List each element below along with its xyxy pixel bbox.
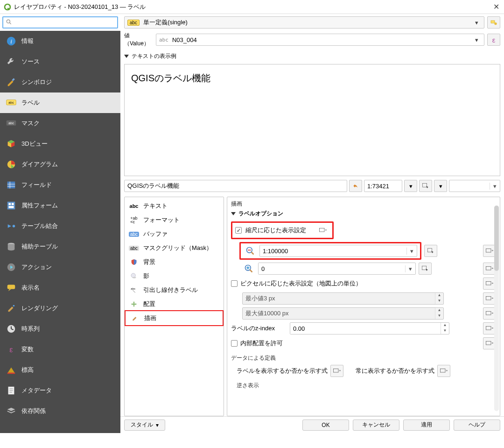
expression-button[interactable]: ε bbox=[487, 34, 500, 46]
svg-rect-52 bbox=[486, 267, 491, 270]
min-scale-combo[interactable]: ▾ bbox=[259, 245, 417, 257]
scrollbar[interactable] bbox=[494, 206, 499, 411]
sidebar-item-dependencies[interactable]: 依存関係 bbox=[0, 401, 120, 421]
svg-text:abc: abc bbox=[8, 121, 14, 125]
sidebar-item-diagram[interactable]: ダイアグラム bbox=[0, 154, 120, 175]
max-scale-input[interactable] bbox=[259, 263, 405, 274]
inner-placement-checkbox[interactable] bbox=[231, 340, 238, 347]
tag-gear-icon bbox=[490, 19, 497, 26]
apply-button[interactable]: 適用 bbox=[403, 420, 450, 431]
subtab-buffer[interactable]: abcバッファ bbox=[125, 227, 224, 241]
content: abc 単一定義(single) ▾ 値（Value） abc N03_004 … bbox=[120, 14, 504, 433]
chevron-down-icon: ▾ bbox=[405, 265, 415, 272]
min-pixel-spin[interactable]: ▲▼ bbox=[242, 292, 444, 305]
label-mode-select[interactable]: abc 単一定義(single) ▾ bbox=[124, 16, 484, 28]
max-scale-combo[interactable]: ▾ bbox=[258, 263, 416, 275]
svg-line-3 bbox=[10, 23, 11, 24]
svg-rect-58 bbox=[334, 369, 339, 373]
pixel-visibility-checkbox[interactable] bbox=[231, 280, 238, 287]
sidebar-item-label: アクション bbox=[21, 263, 52, 271]
subtab-label: バッファ bbox=[143, 230, 168, 238]
zindex-input[interactable] bbox=[290, 323, 441, 334]
scale-visibility-override[interactable] bbox=[316, 224, 329, 236]
label-engine-settings-button[interactable] bbox=[487, 16, 500, 28]
subtab-shadow[interactable]: 影 bbox=[125, 269, 224, 283]
sidebar-item-variables[interactable]: ε変数 bbox=[0, 339, 120, 360]
sidebar-item-elevation[interactable]: 標高 bbox=[0, 360, 120, 380]
help-button[interactable]: ヘルプ bbox=[454, 420, 500, 431]
sidebar-item-rendering[interactable]: レンダリング bbox=[0, 298, 120, 319]
undo-icon bbox=[352, 183, 359, 189]
svg-text:ε: ε bbox=[9, 345, 13, 354]
preview-map-pick-dd[interactable]: ▾ bbox=[434, 180, 447, 192]
preview-bg-select[interactable]: ▾ bbox=[449, 180, 500, 192]
value-field-select[interactable]: abc N03_004 ▾ bbox=[156, 34, 484, 46]
label-options-header[interactable]: ラベルオプション bbox=[231, 210, 496, 218]
subtab-mask[interactable]: abcマスクグリッド（Mask） bbox=[125, 241, 224, 255]
subtab-placement[interactable]: 配置 bbox=[125, 297, 224, 311]
subtab-callouts[interactable]: abc引出し線付きラベル bbox=[125, 283, 224, 297]
style-menu-button[interactable]: スタイル▾ bbox=[124, 420, 165, 431]
wrench-icon bbox=[6, 56, 17, 67]
svg-rect-6 bbox=[12, 78, 14, 81]
paintbrush-icon bbox=[6, 303, 17, 314]
tooltip-icon bbox=[6, 282, 17, 293]
sidebar-item-source[interactable]: ソース bbox=[0, 51, 120, 72]
cancel-button[interactable]: キャンセル bbox=[353, 420, 399, 431]
min-scale-pick[interactable] bbox=[424, 245, 437, 257]
subtab-text[interactable]: abcテキスト bbox=[125, 199, 224, 213]
cursor-rect-icon bbox=[421, 265, 429, 272]
show-label-override[interactable] bbox=[330, 365, 343, 377]
always-show-override[interactable] bbox=[437, 365, 450, 377]
subtab-formatting[interactable]: +ab<cフォーマット bbox=[125, 213, 224, 227]
label-options-label: ラベルオプション bbox=[238, 210, 283, 218]
svg-rect-23 bbox=[7, 285, 15, 289]
pixel-visibility-label: ピクセルに応じた表示設定（地図上の単位） bbox=[240, 279, 362, 288]
scrollbar-thumb[interactable] bbox=[494, 206, 499, 271]
sidebar-item-fields[interactable]: フィールド bbox=[0, 175, 120, 195]
triangle-down-icon bbox=[231, 212, 236, 215]
sidebar-item-attributes-form[interactable]: 属性フォーム bbox=[0, 195, 120, 216]
preview-scale-select[interactable]: 1:73421 bbox=[364, 180, 402, 192]
sidebar-item-actions[interactable]: アクション bbox=[0, 257, 120, 277]
close-button[interactable]: ✕ bbox=[492, 3, 500, 11]
elevation-icon bbox=[6, 364, 17, 376]
reset-preview-button[interactable] bbox=[349, 180, 362, 192]
subtab-background[interactable]: 背景 bbox=[125, 255, 224, 269]
svg-line-44 bbox=[252, 252, 254, 255]
sidebar-item-metadata[interactable]: メタデータ bbox=[0, 380, 120, 401]
sidebar-item-3dview[interactable]: 3Dビュー bbox=[0, 134, 120, 154]
format-icon: +ab<c bbox=[129, 216, 139, 224]
data-override-icon bbox=[485, 340, 494, 347]
ok-button[interactable]: OK bbox=[302, 420, 349, 431]
search-input[interactable] bbox=[2, 16, 118, 28]
sidebar-item-info[interactable]: i情報 bbox=[0, 31, 120, 51]
svg-rect-34 bbox=[491, 21, 495, 23]
zindex-spin[interactable]: ▲▼ bbox=[290, 322, 449, 334]
sidebar-item-joins[interactable]: テーブル結合 bbox=[0, 216, 120, 236]
subtab-label: 背景 bbox=[143, 258, 155, 266]
sidebar-item-display[interactable]: 表示名 bbox=[0, 277, 120, 298]
svg-rect-54 bbox=[486, 297, 491, 300]
sidebar-item-aux-storage[interactable]: 補助テーブル bbox=[0, 236, 120, 257]
preview-text-input[interactable] bbox=[124, 180, 347, 192]
max-scale-pick[interactable] bbox=[419, 263, 432, 275]
preview-section-header[interactable]: テキストの表示例 bbox=[120, 50, 504, 62]
label-abc-icon: abc bbox=[6, 97, 17, 108]
min-scale-input[interactable] bbox=[260, 245, 406, 256]
scale-visibility-checkbox[interactable] bbox=[235, 227, 242, 234]
sidebar-item-label: レンダリング bbox=[21, 304, 58, 313]
subtab-rendering[interactable]: 描画 bbox=[125, 310, 224, 326]
svg-rect-45 bbox=[427, 249, 432, 252]
preview-map-pick-button[interactable] bbox=[419, 180, 432, 192]
sidebar-item-symbology[interactable]: シンボロジ bbox=[0, 72, 120, 92]
max-pixel-spin[interactable]: ▲▼ bbox=[242, 307, 444, 320]
data-override-icon bbox=[485, 325, 494, 332]
sidebar-item-label: 3Dビュー bbox=[21, 140, 48, 148]
sidebar-item-masks[interactable]: abcマスク bbox=[0, 113, 120, 134]
rendering-panel: 描画 ラベルオプション 縮尺に応じた表示設定 ▾ bbox=[227, 197, 500, 416]
preview-scale-dd-button[interactable]: ▾ bbox=[404, 180, 417, 192]
sidebar-item-temporal[interactable]: 時系列 bbox=[0, 319, 120, 339]
data-override-icon bbox=[485, 280, 494, 287]
sidebar-item-labels[interactable]: abcラベル bbox=[0, 92, 120, 113]
